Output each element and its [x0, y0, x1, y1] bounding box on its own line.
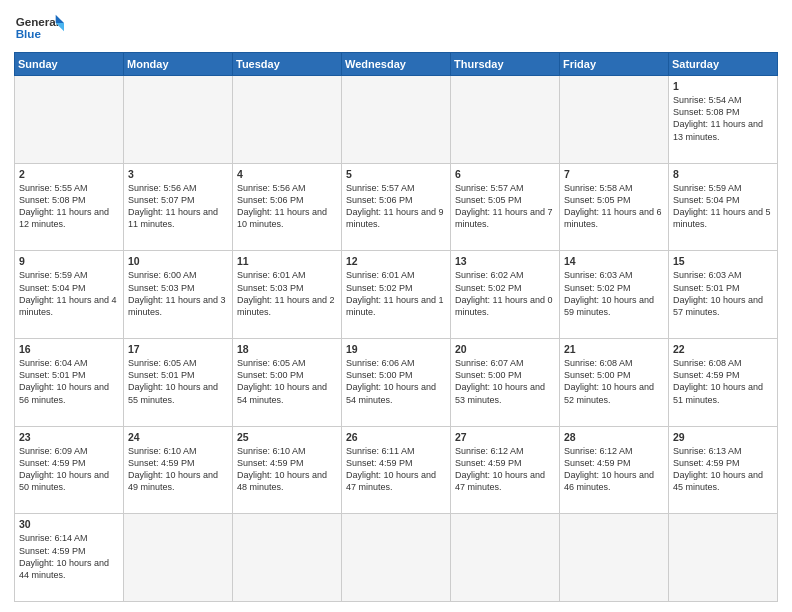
- calendar-cell: 30Sunrise: 6:14 AM Sunset: 4:59 PM Dayli…: [15, 514, 124, 602]
- day-number: 30: [19, 517, 119, 531]
- calendar-cell: 11Sunrise: 6:01 AM Sunset: 5:03 PM Dayli…: [233, 251, 342, 339]
- day-number: 14: [564, 254, 664, 268]
- day-number: 25: [237, 430, 337, 444]
- day-info: Sunrise: 6:10 AM Sunset: 4:59 PM Dayligh…: [128, 445, 228, 494]
- calendar-cell: 27Sunrise: 6:12 AM Sunset: 4:59 PM Dayli…: [451, 426, 560, 514]
- day-number: 17: [128, 342, 228, 356]
- day-number: 7: [564, 167, 664, 181]
- day-info: Sunrise: 6:03 AM Sunset: 5:01 PM Dayligh…: [673, 269, 773, 318]
- calendar-cell: [233, 514, 342, 602]
- calendar-cell: 19Sunrise: 6:06 AM Sunset: 5:00 PM Dayli…: [342, 338, 451, 426]
- calendar-cell: 28Sunrise: 6:12 AM Sunset: 4:59 PM Dayli…: [560, 426, 669, 514]
- day-info: Sunrise: 6:13 AM Sunset: 4:59 PM Dayligh…: [673, 445, 773, 494]
- day-info: Sunrise: 6:05 AM Sunset: 5:00 PM Dayligh…: [237, 357, 337, 406]
- day-number: 1: [673, 79, 773, 93]
- calendar-cell: 7Sunrise: 5:58 AM Sunset: 5:05 PM Daylig…: [560, 163, 669, 251]
- calendar-cell: 10Sunrise: 6:00 AM Sunset: 5:03 PM Dayli…: [124, 251, 233, 339]
- calendar-cell: 3Sunrise: 5:56 AM Sunset: 5:07 PM Daylig…: [124, 163, 233, 251]
- calendar-cell: 6Sunrise: 5:57 AM Sunset: 5:05 PM Daylig…: [451, 163, 560, 251]
- day-number: 4: [237, 167, 337, 181]
- day-number: 22: [673, 342, 773, 356]
- day-info: Sunrise: 6:14 AM Sunset: 4:59 PM Dayligh…: [19, 532, 119, 581]
- day-info: Sunrise: 6:04 AM Sunset: 5:01 PM Dayligh…: [19, 357, 119, 406]
- calendar-cell: 4Sunrise: 5:56 AM Sunset: 5:06 PM Daylig…: [233, 163, 342, 251]
- day-info: Sunrise: 6:10 AM Sunset: 4:59 PM Dayligh…: [237, 445, 337, 494]
- day-number: 19: [346, 342, 446, 356]
- day-number: 9: [19, 254, 119, 268]
- day-number: 10: [128, 254, 228, 268]
- day-number: 3: [128, 167, 228, 181]
- calendar-cell: 25Sunrise: 6:10 AM Sunset: 4:59 PM Dayli…: [233, 426, 342, 514]
- calendar-cell: [560, 76, 669, 164]
- calendar-cell: [233, 76, 342, 164]
- calendar-cell: 13Sunrise: 6:02 AM Sunset: 5:02 PM Dayli…: [451, 251, 560, 339]
- generalblue-logo-icon: General Blue: [14, 10, 64, 46]
- day-number: 23: [19, 430, 119, 444]
- day-number: 29: [673, 430, 773, 444]
- weekday-header-wednesday: Wednesday: [342, 53, 451, 76]
- day-info: Sunrise: 6:12 AM Sunset: 4:59 PM Dayligh…: [455, 445, 555, 494]
- day-number: 15: [673, 254, 773, 268]
- day-number: 20: [455, 342, 555, 356]
- header: General Blue: [14, 10, 778, 46]
- calendar-cell: 20Sunrise: 6:07 AM Sunset: 5:00 PM Dayli…: [451, 338, 560, 426]
- calendar-cell: 12Sunrise: 6:01 AM Sunset: 5:02 PM Dayli…: [342, 251, 451, 339]
- day-info: Sunrise: 5:57 AM Sunset: 5:05 PM Dayligh…: [455, 182, 555, 231]
- calendar-cell: 26Sunrise: 6:11 AM Sunset: 4:59 PM Dayli…: [342, 426, 451, 514]
- calendar-cell: [451, 514, 560, 602]
- calendar-cell: 29Sunrise: 6:13 AM Sunset: 4:59 PM Dayli…: [669, 426, 778, 514]
- calendar-cell: 18Sunrise: 6:05 AM Sunset: 5:00 PM Dayli…: [233, 338, 342, 426]
- page: General Blue SundayMondayTuesdayWednesda…: [0, 0, 792, 612]
- day-info: Sunrise: 6:08 AM Sunset: 4:59 PM Dayligh…: [673, 357, 773, 406]
- day-info: Sunrise: 6:02 AM Sunset: 5:02 PM Dayligh…: [455, 269, 555, 318]
- calendar-cell: 21Sunrise: 6:08 AM Sunset: 5:00 PM Dayli…: [560, 338, 669, 426]
- day-number: 18: [237, 342, 337, 356]
- day-info: Sunrise: 6:00 AM Sunset: 5:03 PM Dayligh…: [128, 269, 228, 318]
- weekday-header-tuesday: Tuesday: [233, 53, 342, 76]
- calendar-cell: [560, 514, 669, 602]
- week-row-6: 30Sunrise: 6:14 AM Sunset: 4:59 PM Dayli…: [15, 514, 778, 602]
- week-row-3: 9Sunrise: 5:59 AM Sunset: 5:04 PM Daylig…: [15, 251, 778, 339]
- calendar-cell: [124, 514, 233, 602]
- day-info: Sunrise: 6:01 AM Sunset: 5:03 PM Dayligh…: [237, 269, 337, 318]
- day-number: 13: [455, 254, 555, 268]
- day-info: Sunrise: 5:58 AM Sunset: 5:05 PM Dayligh…: [564, 182, 664, 231]
- calendar-cell: [342, 514, 451, 602]
- day-number: 12: [346, 254, 446, 268]
- logo: General Blue: [14, 10, 64, 46]
- calendar-cell: 8Sunrise: 5:59 AM Sunset: 5:04 PM Daylig…: [669, 163, 778, 251]
- weekday-header-friday: Friday: [560, 53, 669, 76]
- week-row-1: 1Sunrise: 5:54 AM Sunset: 5:08 PM Daylig…: [15, 76, 778, 164]
- calendar-cell: 22Sunrise: 6:08 AM Sunset: 4:59 PM Dayli…: [669, 338, 778, 426]
- day-info: Sunrise: 6:08 AM Sunset: 5:00 PM Dayligh…: [564, 357, 664, 406]
- calendar-cell: [15, 76, 124, 164]
- calendar-cell: 14Sunrise: 6:03 AM Sunset: 5:02 PM Dayli…: [560, 251, 669, 339]
- calendar-cell: [451, 76, 560, 164]
- weekday-header-monday: Monday: [124, 53, 233, 76]
- calendar-cell: 15Sunrise: 6:03 AM Sunset: 5:01 PM Dayli…: [669, 251, 778, 339]
- weekday-header-saturday: Saturday: [669, 53, 778, 76]
- day-number: 2: [19, 167, 119, 181]
- day-number: 21: [564, 342, 664, 356]
- calendar-cell: 5Sunrise: 5:57 AM Sunset: 5:06 PM Daylig…: [342, 163, 451, 251]
- day-info: Sunrise: 6:05 AM Sunset: 5:01 PM Dayligh…: [128, 357, 228, 406]
- day-number: 27: [455, 430, 555, 444]
- day-info: Sunrise: 5:57 AM Sunset: 5:06 PM Dayligh…: [346, 182, 446, 231]
- day-info: Sunrise: 5:59 AM Sunset: 5:04 PM Dayligh…: [19, 269, 119, 318]
- calendar-cell: [669, 514, 778, 602]
- day-info: Sunrise: 6:11 AM Sunset: 4:59 PM Dayligh…: [346, 445, 446, 494]
- calendar-cell: 2Sunrise: 5:55 AM Sunset: 5:08 PM Daylig…: [15, 163, 124, 251]
- day-info: Sunrise: 5:56 AM Sunset: 5:07 PM Dayligh…: [128, 182, 228, 231]
- day-number: 8: [673, 167, 773, 181]
- calendar-cell: 1Sunrise: 5:54 AM Sunset: 5:08 PM Daylig…: [669, 76, 778, 164]
- week-row-2: 2Sunrise: 5:55 AM Sunset: 5:08 PM Daylig…: [15, 163, 778, 251]
- day-info: Sunrise: 6:06 AM Sunset: 5:00 PM Dayligh…: [346, 357, 446, 406]
- day-info: Sunrise: 6:07 AM Sunset: 5:00 PM Dayligh…: [455, 357, 555, 406]
- calendar-cell: 23Sunrise: 6:09 AM Sunset: 4:59 PM Dayli…: [15, 426, 124, 514]
- calendar-table: SundayMondayTuesdayWednesdayThursdayFrid…: [14, 52, 778, 602]
- calendar-cell: 17Sunrise: 6:05 AM Sunset: 5:01 PM Dayli…: [124, 338, 233, 426]
- day-number: 24: [128, 430, 228, 444]
- calendar-cell: [124, 76, 233, 164]
- day-number: 28: [564, 430, 664, 444]
- day-info: Sunrise: 6:01 AM Sunset: 5:02 PM Dayligh…: [346, 269, 446, 318]
